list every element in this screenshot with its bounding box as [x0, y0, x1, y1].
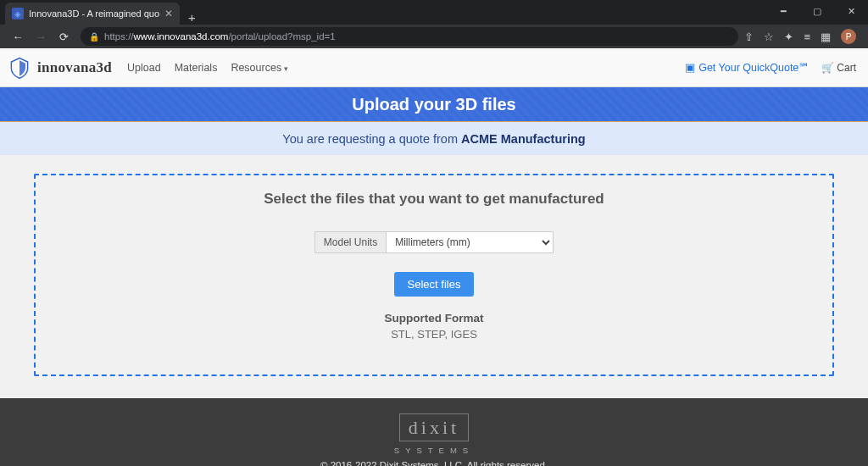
supported-formats: STL, STEP, IGES — [36, 328, 832, 341]
model-units-label: Model Units — [314, 231, 386, 253]
supported-heading: Supported Format — [36, 312, 832, 325]
copyright: © 2016-2022 Dixit Systems, LLC. All righ… — [0, 460, 868, 466]
lock-icon: 🔒 — [89, 32, 99, 42]
tab-title: Innovana3D - A reimagined quo — [29, 8, 159, 19]
footer-logo: dixit — [399, 413, 469, 441]
cart-label: Cart — [837, 62, 856, 74]
footer-logo-main: dixit — [409, 417, 459, 439]
profile-avatar[interactable]: P — [841, 29, 856, 44]
banner-prefix: You are requesting a quote from — [282, 132, 461, 146]
nav-resources[interactable]: Resources — [231, 62, 287, 74]
hero-banner: Upload your 3D files — [0, 87, 868, 121]
url-path: /portal/upload?msp_id=1 — [228, 31, 335, 42]
browser-tab[interactable]: Innovana3D - A reimagined quo ✕ — [5, 3, 180, 25]
browser-chrome: ━ ▢ ✕ Innovana3D - A reimagined quo ✕ + … — [0, 0, 868, 48]
model-units-select[interactable]: Millimeters (mm) — [386, 231, 554, 253]
minimize-button[interactable]: ━ — [766, 0, 800, 22]
extension2-icon[interactable]: ≡ — [804, 31, 810, 43]
banner-company: ACME Manufacturing — [461, 132, 586, 146]
main-nav: Upload Materials Resources — [127, 62, 288, 74]
upload-dropzone[interactable]: Select the files that you want to get ma… — [34, 174, 834, 376]
cart-link[interactable]: 🛒 Cart — [821, 62, 856, 74]
share-icon[interactable]: ⇧ — [744, 31, 754, 43]
tab-strip: Innovana3D - A reimagined quo ✕ + — [0, 0, 868, 25]
lightning-icon: ▣ — [685, 61, 695, 74]
nav-materials[interactable]: Materials — [175, 62, 218, 74]
new-tab-button[interactable]: + — [180, 10, 204, 25]
maximize-button[interactable]: ▢ — [800, 0, 834, 22]
forward-button[interactable]: → — [30, 25, 52, 47]
app-header: innovana3d Upload Materials Resources ▣ … — [0, 48, 868, 87]
footer: dixit SYSTEMS © 2016-2022 Dixit Systems,… — [0, 398, 868, 466]
browser-toolbar: ← → ⟳ 🔒 https://www.innovana3d.com/porta… — [0, 25, 868, 48]
quickquote-link[interactable]: ▣ Get Your QuickQuote℠ — [685, 61, 810, 74]
close-window-button[interactable]: ✕ — [834, 0, 868, 22]
back-button[interactable]: ← — [7, 25, 29, 47]
close-tab-icon[interactable]: ✕ — [164, 8, 173, 19]
extension-icon[interactable]: ✦ — [784, 31, 793, 43]
content: Select the files that you want to get ma… — [0, 155, 868, 376]
shield-icon — [7, 55, 32, 80]
quickquote-label: Get Your QuickQuote℠ — [698, 61, 810, 74]
favicon-icon — [12, 8, 24, 19]
chrome-right: ⇧ ☆ ✦ ≡ ▦ P — [744, 29, 861, 44]
brand-name: innovana3d — [37, 59, 112, 76]
dropzone-heading: Select the files that you want to get ma… — [36, 191, 832, 208]
header-right: ▣ Get Your QuickQuote℠ 🛒 Cart — [685, 61, 856, 74]
hero-title: Upload your 3D files — [352, 95, 515, 114]
model-units-row: Model Units Millimeters (mm) — [314, 231, 554, 253]
footer-logo-sub: SYSTEMS — [0, 446, 868, 455]
url-prefix: https:// — [104, 31, 134, 42]
window-controls: ━ ▢ ✕ — [766, 0, 868, 22]
nav-upload[interactable]: Upload — [127, 62, 161, 74]
cart-icon: 🛒 — [821, 62, 834, 74]
logo[interactable]: innovana3d — [7, 55, 112, 80]
address-bar[interactable]: 🔒 https://www.innovana3d.com/portal/uplo… — [81, 27, 738, 46]
bookmark-icon[interactable]: ☆ — [764, 31, 774, 43]
url-host: www.innovana3d.com — [134, 31, 229, 42]
quote-banner: You are requesting a quote from ACME Man… — [0, 121, 868, 155]
reload-button[interactable]: ⟳ — [53, 25, 75, 47]
select-files-button[interactable]: Select files — [394, 272, 475, 297]
url: https://www.innovana3d.com/portal/upload… — [104, 31, 336, 42]
extension3-icon[interactable]: ▦ — [821, 31, 831, 43]
